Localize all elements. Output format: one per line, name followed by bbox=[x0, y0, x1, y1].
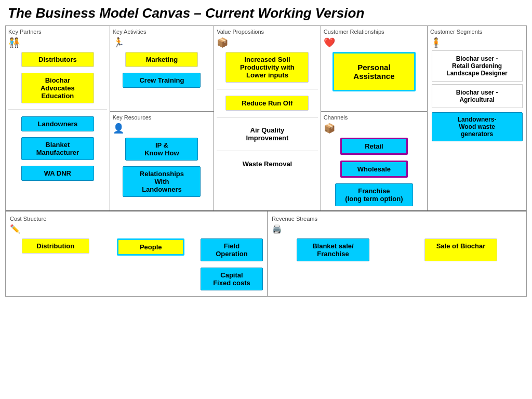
cost-right-items: FieldOperation CapitalFixed costs bbox=[201, 237, 263, 292]
list-item: Blanket sale/Franchise bbox=[297, 238, 369, 261]
revenue-icon: 🖨️ bbox=[272, 224, 522, 234]
list-item: Sale of Biochar bbox=[424, 238, 497, 261]
revenue-label: Revenue Streams bbox=[272, 216, 522, 222]
cr-label: Customer Relationships bbox=[324, 29, 424, 35]
revenue-items: Blanket sale/Franchise Sale of Biochar bbox=[272, 237, 522, 263]
key-activities-resources-cell: Key Activities 🏃 Marketing Crew Training… bbox=[110, 26, 214, 210]
channels-items: Retail Wholesale Franchise(long term opt… bbox=[324, 136, 424, 208]
list-item: Reduce Run Off bbox=[225, 96, 309, 111]
customer-relationships-cell: Customer Relationships ❤️ PersonalAssist… bbox=[321, 26, 427, 112]
divider bbox=[217, 151, 318, 151]
channels-cell: Channels 📦 Retail Wholesale Franchise(lo… bbox=[321, 112, 427, 210]
list-item: Biochar user -Agricultural bbox=[432, 84, 523, 108]
cost-icon: ✏️ bbox=[10, 224, 263, 234]
list-item: Crew Training bbox=[123, 73, 201, 88]
list-item: FieldOperation bbox=[201, 238, 263, 261]
key-activities-icon: 🏃 bbox=[113, 37, 211, 48]
list-item: CapitalFixed costs bbox=[201, 268, 263, 290]
cost-items: Distribution People FieldOperation Capit… bbox=[10, 237, 263, 292]
list-item: Landowners-Wood wastegenerators bbox=[432, 112, 523, 141]
list-item: Retail bbox=[340, 138, 408, 155]
vp-label: Value Propositions bbox=[217, 29, 318, 35]
vp-icon: 📦 bbox=[217, 37, 318, 48]
key-resources-items: IP &Know How RelationshipsWithLandowners bbox=[113, 136, 211, 198]
key-activities-cell: Key Activities 🏃 Marketing Crew Training bbox=[110, 26, 214, 112]
list-item: BiocharAdvocatesEducation bbox=[21, 73, 94, 103]
list-item: IP &Know How bbox=[125, 138, 198, 161]
key-partners-cell: Key Partners 🧑‍🤝‍🧑 Distributors BiocharA… bbox=[6, 26, 110, 210]
canvas: Key Partners 🧑‍🤝‍🧑 Distributors BiocharA… bbox=[5, 25, 527, 297]
divider bbox=[217, 89, 318, 89]
key-resources-label: Key Resources bbox=[113, 114, 211, 121]
list-item: WA DNR bbox=[21, 166, 94, 181]
revenue-streams-cell: Revenue Streams 🖨️ Blanket sale/Franchis… bbox=[268, 211, 526, 296]
list-item: Wholesale bbox=[340, 161, 408, 178]
value-propositions-cell: Value Propositions 📦 Increased SoilProdu… bbox=[214, 26, 321, 210]
list-item: RelationshipsWithLandowners bbox=[123, 166, 201, 197]
list-item: PersonalAssistance bbox=[332, 52, 416, 91]
key-activities-items: Marketing Crew Training bbox=[113, 50, 211, 89]
list-item: Marketing bbox=[125, 52, 198, 67]
cr-channels-cell: Customer Relationships ❤️ PersonalAssist… bbox=[321, 26, 428, 210]
vp-items: Increased SoilProductivity withLower inp… bbox=[217, 50, 318, 172]
divider bbox=[8, 110, 107, 110]
key-partners-icon: 🧑‍🤝‍🧑 bbox=[8, 37, 107, 48]
list-item: Distributors bbox=[21, 52, 94, 67]
list-item: Landowners bbox=[21, 116, 94, 131]
key-resources-icon: 👤 bbox=[113, 123, 211, 134]
divider bbox=[217, 117, 318, 117]
key-partners-items: Distributors BiocharAdvocatesEducation L… bbox=[8, 50, 107, 182]
key-activities-label: Key Activities bbox=[113, 29, 211, 35]
cr-items: PersonalAssistance bbox=[324, 50, 424, 93]
cr-icon: ❤️ bbox=[324, 37, 424, 48]
cs-items: Biochar user -Retail GardeningLandscape … bbox=[430, 50, 524, 143]
channels-icon: 📦 bbox=[324, 123, 424, 134]
cs-label: Customer Segments bbox=[430, 29, 524, 35]
list-item: Waste Removal bbox=[225, 156, 309, 172]
cost-structure-cell: Cost Structure ✏️ Distribution People Fi… bbox=[6, 211, 268, 296]
cost-label: Cost Structure bbox=[10, 216, 263, 222]
key-resources-cell: Key Resources 👤 IP &Know How Relationshi… bbox=[110, 112, 214, 201]
bottom-section: Cost Structure ✏️ Distribution People Fi… bbox=[6, 211, 526, 296]
list-item: Distribution bbox=[22, 238, 89, 254]
list-item: Increased SoilProductivity withLower inp… bbox=[225, 52, 309, 83]
cs-icon: 🧍 bbox=[430, 37, 524, 48]
top-section: Key Partners 🧑‍🤝‍🧑 Distributors BiocharA… bbox=[6, 26, 526, 211]
key-partners-label: Key Partners bbox=[8, 29, 107, 35]
customer-segments-cell: Customer Segments 🧍 Biochar user -Retail… bbox=[428, 26, 526, 210]
list-item: BlanketManufacturer bbox=[21, 137, 94, 160]
list-item: Franchise(long term option) bbox=[335, 183, 413, 206]
channels-label: Channels bbox=[324, 114, 424, 121]
list-item: Air QualityImprovement bbox=[225, 122, 309, 146]
list-item: Biochar user -Retail GardeningLandscape … bbox=[432, 50, 523, 82]
list-item: People bbox=[117, 238, 184, 256]
page-title: The Business Model Canvas – Current Work… bbox=[5, 5, 527, 21]
